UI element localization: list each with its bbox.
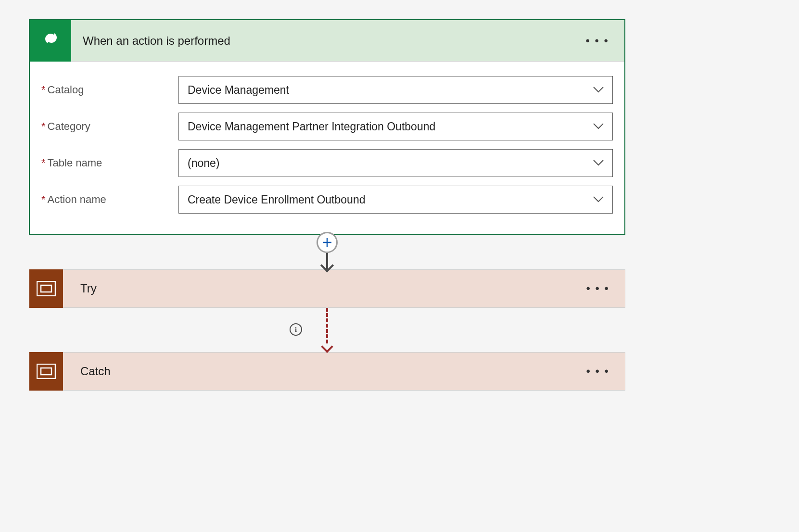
field-table-name: *Table name (none) [41, 149, 613, 177]
svg-rect-4 [37, 364, 55, 379]
catch-more-menu[interactable]: • • • [580, 361, 615, 382]
trigger-card: When an action is performed • • • *Catal… [29, 19, 625, 235]
svg-rect-2 [37, 281, 55, 296]
catch-scope-card[interactable]: Catch • • • [29, 352, 625, 391]
category-value: Device Management Partner Integration Ou… [188, 120, 435, 133]
action-name-label: *Action name [41, 193, 178, 206]
action-name-select[interactable]: Create Device Enrollment Outbound [178, 186, 613, 214]
run-after-info-icon[interactable]: i [290, 323, 302, 336]
field-category: *Category Device Management Partner Inte… [41, 113, 613, 140]
add-step-button[interactable] [317, 232, 338, 253]
category-label-text: Category [48, 120, 90, 133]
flow-canvas: When an action is performed • • • *Catal… [29, 19, 625, 391]
chevron-down-icon [593, 87, 604, 93]
category-select[interactable]: Device Management Partner Integration Ou… [178, 113, 613, 140]
chevron-down-icon [593, 196, 604, 203]
chevron-down-icon [593, 160, 604, 166]
category-label: *Category [41, 120, 178, 133]
connector-try-to-catch: i [29, 308, 625, 352]
table-name-label-text: Table name [48, 157, 102, 169]
catch-title: Catch [80, 365, 580, 378]
dashed-arrow-head-icon [321, 341, 333, 353]
catalog-value: Device Management [188, 84, 289, 97]
connector-trigger-to-try [29, 235, 625, 269]
dashed-line [326, 308, 328, 343]
plus-icon [322, 237, 332, 248]
arrow-down-icon [326, 253, 328, 269]
action-name-value: Create Device Enrollment Outbound [188, 193, 365, 206]
action-name-label-text: Action name [48, 193, 106, 206]
svg-rect-5 [41, 368, 51, 375]
table-name-value: (none) [188, 157, 219, 170]
catalog-select[interactable]: Device Management [178, 76, 613, 104]
trigger-more-menu[interactable]: • • • [580, 30, 615, 51]
catalog-label-text: Catalog [48, 84, 84, 96]
scope-icon [29, 352, 63, 391]
scope-icon [29, 269, 63, 308]
chevron-down-icon [593, 123, 604, 130]
field-action-name: *Action name Create Device Enrollment Ou… [41, 186, 613, 214]
svg-rect-3 [41, 285, 51, 292]
table-name-label: *Table name [41, 157, 178, 169]
try-scope-card[interactable]: Try • • • [29, 269, 625, 308]
trigger-body: *Catalog Device Management *Category Dev… [30, 62, 624, 234]
table-name-select[interactable]: (none) [178, 149, 613, 177]
try-more-menu[interactable]: • • • [580, 278, 615, 299]
dataverse-icon [30, 20, 71, 62]
trigger-title: When an action is performed [83, 34, 580, 48]
trigger-header[interactable]: When an action is performed • • • [30, 20, 624, 62]
try-title: Try [80, 282, 580, 295]
field-catalog: *Catalog Device Management [41, 76, 613, 104]
catalog-label: *Catalog [41, 84, 178, 96]
